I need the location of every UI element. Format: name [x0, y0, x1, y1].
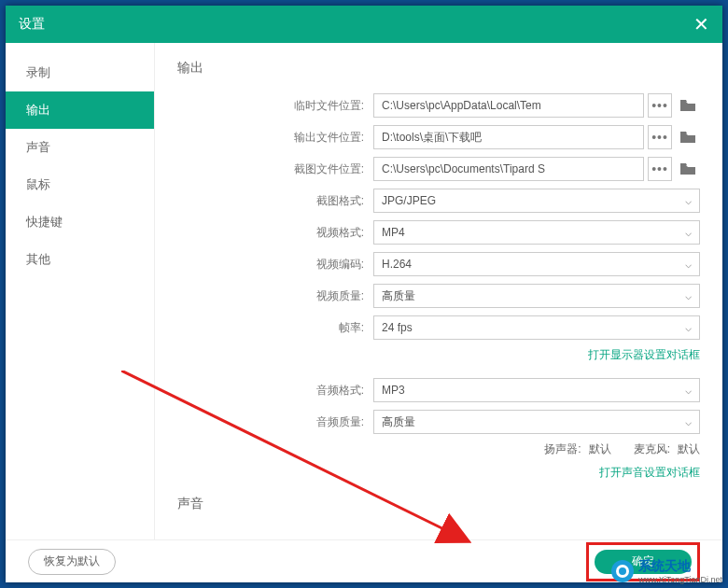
select-audio-quality[interactable]: 高质量⌵ [373, 410, 700, 434]
svg-point-3 [619, 567, 626, 575]
open-out-folder-button[interactable] [676, 125, 700, 149]
label-mic: 麦克风: [634, 441, 670, 457]
label-speaker: 扬声器: [544, 441, 581, 457]
browse-shot-path-button[interactable]: ••• [648, 157, 672, 181]
link-audio-settings[interactable]: 打开声音设置对话框 [599, 465, 700, 481]
chevron-down-icon: ⌵ [685, 415, 692, 428]
titlebar: 设置 ✕ [6, 6, 722, 43]
row-temp-path: 临时文件位置: ••• [177, 93, 700, 118]
input-out-path[interactable] [373, 125, 644, 149]
sidebar-item-output[interactable]: 输出 [6, 91, 154, 129]
settings-dialog: 设置 ✕ 录制 输出 声音 鼠标 快捷键 其他 输出 临时文件位置: ••• 输… [6, 6, 722, 582]
select-shot-format[interactable]: JPG/JPEG⌵ [373, 189, 700, 213]
sidebar-item-other[interactable]: 其他 [6, 241, 154, 278]
select-video-format[interactable]: MP4⌵ [373, 220, 700, 245]
chevron-down-icon: ⌵ [685, 384, 692, 397]
input-temp-path[interactable] [373, 93, 644, 118]
row-fps: 帧率: 24 fps⌵ [177, 315, 700, 340]
chevron-down-icon: ⌵ [685, 321, 692, 334]
browse-out-path-button[interactable]: ••• [648, 125, 672, 149]
chevron-down-icon: ⌵ [685, 258, 692, 271]
label-video-format: 视频格式: [177, 225, 364, 241]
label-shot-path: 截图文件位置: [177, 161, 364, 177]
label-fps: 帧率: [177, 320, 364, 336]
sidebar-item-sound[interactable]: 声音 [6, 129, 154, 166]
select-video-encoding[interactable]: H.264⌵ [373, 252, 700, 276]
row-shot-path: 截图文件位置: ••• [177, 157, 700, 181]
label-audio-quality: 音频质量: [177, 414, 364, 430]
chevron-down-icon: ⌵ [685, 289, 692, 302]
watermark: 系统天地 www.XiTongTianDi.net [610, 558, 722, 584]
sidebar-item-mouse[interactable]: 鼠标 [6, 166, 154, 203]
label-video-encoding: 视频编码: [177, 257, 364, 273]
sidebar-item-hotkey[interactable]: 快捷键 [6, 203, 154, 241]
row-video-quality: 视频质量: 高质量⌵ [177, 284, 700, 308]
content-panel: 输出 临时文件位置: ••• 输出文件位置: ••• 截图文件位置: ••• [155, 43, 722, 539]
chevron-down-icon: ⌵ [685, 194, 692, 207]
label-audio-format: 音频格式: [177, 383, 364, 399]
dialog-title: 设置 [19, 16, 45, 33]
row-shot-format: 截图格式: JPG/JPEG⌵ [177, 189, 700, 213]
value-mic: 默认 [678, 441, 700, 457]
row-out-path: 输出文件位置: ••• [177, 125, 700, 149]
open-shot-folder-button[interactable] [676, 157, 700, 181]
value-speaker: 默认 [589, 441, 611, 457]
select-audio-format[interactable]: MP3⌵ [373, 378, 700, 402]
select-fps[interactable]: 24 fps⌵ [373, 315, 700, 340]
link-display-settings[interactable]: 打开显示器设置对话框 [588, 347, 700, 363]
open-temp-folder-button[interactable] [676, 93, 700, 118]
browse-temp-path-button[interactable]: ••• [648, 93, 672, 118]
label-out-path: 输出文件位置: [177, 130, 364, 146]
row-audio-quality: 音频质量: 高质量⌵ [177, 410, 700, 434]
label-temp-path: 临时文件位置: [177, 98, 364, 114]
chevron-down-icon: ⌵ [685, 226, 692, 239]
section-title-output: 输出 [177, 60, 700, 77]
select-video-quality[interactable]: 高质量⌵ [373, 284, 700, 308]
sidebar: 录制 输出 声音 鼠标 快捷键 其他 [6, 43, 155, 539]
restore-defaults-button[interactable]: 恢复为默认 [28, 549, 116, 575]
label-video-quality: 视频质量: [177, 288, 364, 304]
row-video-encoding: 视频编码: H.264⌵ [177, 252, 700, 276]
section-title-sound: 声音 [177, 496, 700, 512]
speaker-mic-line: 扬声器: 默认 麦克风: 默认 [177, 441, 700, 457]
sidebar-item-record[interactable]: 录制 [6, 54, 154, 91]
close-icon[interactable]: ✕ [693, 13, 709, 35]
row-audio-format: 音频格式: MP3⌵ [177, 378, 700, 402]
label-shot-format: 截图格式: [177, 193, 364, 209]
input-shot-path[interactable] [373, 157, 644, 181]
row-video-format: 视频格式: MP4⌵ [177, 220, 700, 245]
